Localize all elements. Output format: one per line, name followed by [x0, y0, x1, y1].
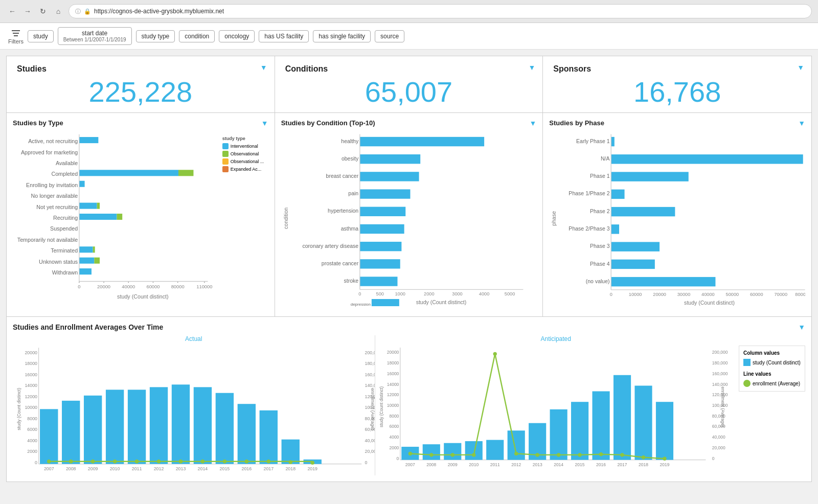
- legend-expanded: Expanded Ac...: [222, 166, 268, 172]
- svg-point-216: [535, 453, 539, 456]
- svg-point-145: [69, 460, 73, 464]
- time-chart-title: Studies and Enrollment Averages Over Tim…: [13, 323, 805, 331]
- svg-rect-25: [93, 246, 95, 253]
- studies-by-type-card: Studies by Type ▼ Active, not recruiting…: [7, 113, 275, 316]
- type-legend: study type Interventional Observational …: [222, 131, 268, 310]
- column-legend-label: study (Count distinct): [753, 360, 801, 365]
- studies-card: Studies 225,228 ▼: [7, 56, 275, 112]
- svg-rect-198: [422, 444, 440, 460]
- charts-row: Studies by Type ▼ Active, not recruiting…: [6, 113, 812, 317]
- svg-rect-204: [550, 409, 567, 460]
- back-button[interactable]: ←: [6, 5, 18, 17]
- svg-text:3000: 3000: [452, 291, 462, 296]
- svg-text:80000: 80000: [171, 284, 185, 289]
- svg-rect-200: [465, 441, 482, 460]
- stats-row: Studies 225,228 ▼ Conditions 65,007 ▼ Sp…: [6, 56, 812, 113]
- filter-source[interactable]: source: [375, 30, 404, 42]
- svg-text:Temporarily not available: Temporarily not available: [17, 237, 78, 243]
- svg-text:4000: 4000: [479, 291, 489, 296]
- forward-button[interactable]: →: [21, 5, 34, 17]
- svg-rect-27: [94, 258, 100, 264]
- svg-rect-135: [128, 390, 146, 464]
- svg-text:160,000: 160,000: [365, 372, 375, 377]
- filter-oncology[interactable]: oncology: [219, 30, 255, 42]
- svg-point-220: [620, 453, 624, 456]
- svg-rect-93: [611, 277, 716, 286]
- svg-text:2015: 2015: [220, 466, 230, 471]
- lock-icon: 🔒: [84, 8, 91, 15]
- legend-title: study type: [222, 136, 268, 141]
- filter-study-type[interactable]: study type: [136, 30, 175, 42]
- filter-study[interactable]: study: [28, 30, 54, 42]
- svg-text:2019: 2019: [660, 462, 669, 467]
- svg-rect-19: [79, 181, 85, 187]
- svg-text:study (Count distinct): study (Count distinct): [684, 300, 735, 306]
- filter-single-facility[interactable]: has single facility: [313, 30, 371, 42]
- sponsors-filter-icon[interactable]: ▼: [797, 63, 804, 72]
- svg-text:hypertension: hypertension: [328, 208, 358, 214]
- refresh-button[interactable]: ↻: [37, 5, 49, 17]
- svg-text:Phase 1: Phase 1: [590, 173, 610, 179]
- svg-text:breast cancer: breast cancer: [326, 173, 358, 179]
- phase-filter-icon[interactable]: ▼: [798, 119, 805, 127]
- svg-text:Terminated: Terminated: [51, 247, 78, 254]
- svg-text:2014: 2014: [554, 462, 563, 467]
- type-chart-svg: Active, not recruiting Approved for mark…: [13, 131, 218, 309]
- studies-filter-icon[interactable]: ▼: [260, 63, 267, 72]
- svg-text:2007: 2007: [405, 462, 415, 467]
- actual-label: Actual: [13, 335, 375, 342]
- time-filter-icon[interactable]: ▼: [798, 323, 805, 331]
- svg-rect-24: [79, 246, 93, 253]
- type-filter-icon[interactable]: ▼: [261, 119, 268, 127]
- svg-rect-205: [571, 402, 588, 460]
- svg-text:14000: 14000: [387, 382, 399, 387]
- svg-text:12000: 12000: [387, 392, 399, 397]
- studies-by-phase-card: Studies by Phase ▼ Early Phase 1 N/A Pha…: [543, 113, 811, 316]
- svg-rect-199: [444, 443, 461, 460]
- svg-text:stroke: stroke: [344, 278, 358, 284]
- svg-text:10000: 10000: [25, 405, 37, 410]
- sponsors-title: Sponsors: [553, 64, 801, 74]
- line-values-title: Line values: [743, 371, 801, 377]
- svg-point-210: [408, 452, 412, 455]
- svg-point-222: [663, 457, 666, 461]
- svg-text:40,000: 40,000: [365, 438, 375, 443]
- svg-text:2011: 2011: [132, 466, 142, 471]
- filters-button[interactable]: Filters: [8, 28, 24, 44]
- svg-text:asthma: asthma: [340, 225, 358, 232]
- svg-text:2018: 2018: [285, 466, 296, 471]
- svg-text:Not yet recruiting: Not yet recruiting: [36, 204, 78, 210]
- svg-point-215: [514, 452, 518, 455]
- svg-text:0: 0: [396, 456, 399, 461]
- svg-text:180,000: 180,000: [365, 361, 375, 366]
- svg-text:Phase 2/Phase 3: Phase 2/Phase 3: [569, 225, 610, 232]
- condition-filter-icon[interactable]: ▼: [529, 119, 536, 127]
- svg-rect-26: [79, 258, 94, 264]
- depression-label: depression: [281, 298, 537, 308]
- svg-rect-137: [172, 384, 190, 464]
- time-chart-card: Studies and Enrollment Averages Over Tim…: [6, 317, 812, 482]
- svg-text:enrollment (Average): enrollment (Average): [370, 388, 374, 430]
- filter-condition[interactable]: condition: [179, 30, 215, 42]
- svg-text:110000: 110000: [196, 284, 212, 289]
- svg-rect-21: [97, 203, 100, 209]
- svg-text:0: 0: [35, 460, 37, 465]
- svg-text:200,000: 200,000: [712, 350, 728, 355]
- filter-start-date[interactable]: start date Between 1/1/2007-1/1/2019: [58, 27, 132, 45]
- svg-text:coronary artery disease: coronary artery disease: [302, 243, 358, 249]
- svg-text:0: 0: [365, 460, 368, 465]
- studies-title: Studies: [17, 64, 264, 74]
- home-button[interactable]: ⌂: [52, 5, 64, 17]
- svg-text:2008: 2008: [426, 462, 436, 467]
- svg-text:Recruiting: Recruiting: [53, 215, 78, 221]
- studies-by-phase-title: Studies by Phase: [549, 119, 805, 127]
- svg-rect-60: [360, 242, 402, 251]
- svg-text:2012: 2012: [511, 462, 521, 467]
- filter-us-facility[interactable]: has US facility: [259, 30, 309, 42]
- svg-text:20000: 20000: [25, 350, 37, 355]
- address-bar[interactable]: ⓘ 🔒 https://cognos-de-active-grysbok.myb…: [69, 4, 812, 18]
- svg-text:Suspended: Suspended: [50, 225, 78, 232]
- svg-text:2013: 2013: [176, 466, 186, 471]
- conditions-filter-icon[interactable]: ▼: [528, 63, 535, 72]
- sponsors-card: Sponsors 16,768 ▼: [543, 56, 811, 112]
